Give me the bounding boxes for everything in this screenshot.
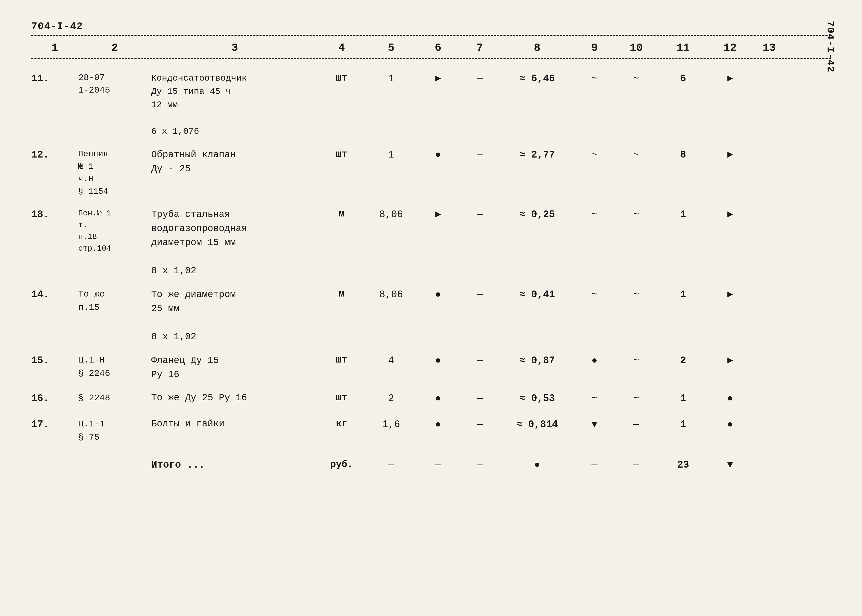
row-11-desc: Конденсатоотводчик Ду 15 типа 45 ч 12 мм…	[151, 72, 318, 138]
itogo-col8: —	[574, 458, 615, 472]
row-18-price: ≈ 0,25	[501, 207, 574, 222]
row-18-qty: 8,06	[365, 207, 417, 222]
row-12-qty: 1	[365, 148, 417, 162]
row-16-col8: ~	[574, 391, 615, 405]
row-15-unit: шт	[318, 354, 365, 367]
top-dashed-line	[31, 35, 831, 36]
row-14-code: То же п.15	[78, 288, 151, 314]
row-18-unit: м	[318, 207, 365, 221]
row-16-code: § 2248	[78, 391, 151, 405]
col-h-1: 1	[31, 42, 78, 54]
table-row: 18. Пен.№ 1 т. п.18 отр.104 Труба стальн…	[31, 203, 831, 283]
col-h-3: 3	[151, 42, 318, 54]
itogo-col5: —	[417, 458, 459, 472]
row-11-col11: ►	[709, 72, 751, 86]
row-14-col9: ~	[615, 288, 657, 302]
row-16-col11: ●	[709, 391, 751, 405]
row-14-desc: То же диаметром 25 мм 8 x 1,02	[151, 288, 318, 344]
row-16-num: 16.	[31, 391, 78, 405]
row-11-col5: ►	[417, 72, 459, 86]
row-12-col8: ~	[574, 148, 615, 162]
row-12-total: 8	[657, 148, 709, 162]
row-11-col9: ~	[615, 72, 657, 86]
table-row: 15. Ц.1-Н § 2246 Фланец Ду 15 Ру 16 шт 4…	[31, 349, 831, 387]
row-16-col5: ●	[417, 391, 459, 405]
row-11-col8: ~	[574, 72, 615, 86]
row-12-code: Пенник № 1 ч.Н § 1154	[78, 148, 151, 198]
row-18-code: Пен.№ 1 т. п.18 отр.104	[78, 207, 151, 255]
row-18-desc: Труба стальная водогазопроводная диаметр…	[151, 207, 318, 278]
row-14-price: ≈ 0,41	[501, 288, 574, 302]
row-17-total: 1	[657, 418, 709, 431]
row-11-price: ≈ 6,46	[501, 72, 574, 86]
row-16-price: ≈ 0,53	[501, 391, 574, 405]
row-17-col11: ●	[709, 418, 751, 431]
row-18-col8: ~	[574, 207, 615, 222]
row-15-col11: ►	[709, 354, 751, 368]
row-15-col5: ●	[417, 354, 459, 368]
row-16-col6: —	[459, 391, 501, 405]
row-12-col11: ►	[709, 148, 751, 162]
table-row: 11. 28-07 1-2045 Конденсатоотводчик Ду 1…	[31, 67, 831, 143]
row-17-col8: ▼	[574, 418, 615, 431]
table-row: 12. Пенник № 1 ч.Н § 1154 Обратный клапа…	[31, 143, 831, 203]
row-12-desc: Обратный клапан Ду - 25	[151, 148, 318, 176]
row-14-unit: м	[318, 288, 365, 301]
itogo-col6: —	[459, 458, 501, 472]
row-15-col8: ●	[574, 354, 615, 368]
row-17-unit: кг	[318, 418, 365, 431]
col-h-13: 13	[751, 42, 787, 54]
row-18-col5: ►	[417, 207, 459, 222]
row-18-num: 18.	[31, 207, 78, 222]
table-row: 16. § 2248 То же Ду 25 Ру 16 шт 2 ● — ≈ …	[31, 387, 831, 413]
row-18-col11: ►	[709, 207, 751, 222]
itogo-total: 23	[657, 458, 709, 472]
row-18-total: 1	[657, 207, 709, 222]
row-14-total: 1	[657, 288, 709, 302]
row-15-code: Ц.1-Н § 2246	[78, 354, 151, 380]
row-15-num: 15.	[31, 354, 78, 368]
row-17-col5: ●	[417, 418, 459, 431]
data-table: 11. 28-07 1-2045 Конденсатоотводчик Ду 1…	[31, 67, 831, 478]
row-16-total: 1	[657, 391, 709, 405]
doc-id-top: 704-I-42	[31, 21, 831, 32]
itogo-price: ●	[501, 458, 574, 472]
row-14-qty: 8,06	[365, 288, 417, 302]
col-h-7: 7	[459, 42, 501, 54]
doc-id-right: 704-I-42	[825, 21, 836, 72]
table-row: 17. Ц.1-1 § 75 Болты и гайки кг 1,6 ● — …	[31, 413, 831, 449]
row-16-qty: 2	[365, 391, 417, 405]
row-17-col6: —	[459, 418, 501, 431]
itogo-row: Итого ... руб. — — — ● — — 23 ▼	[31, 452, 831, 478]
row-15-col6: —	[459, 354, 501, 368]
row-11-col6: —	[459, 72, 501, 86]
row-17-code: Ц.1-1 § 75	[78, 418, 151, 444]
row-11-unit: шт	[318, 72, 365, 85]
row-17-desc: Болты и гайки	[151, 418, 318, 431]
col-h-9: 9	[574, 42, 615, 54]
row-11-total: 6	[657, 72, 709, 86]
col-h-6: 6	[417, 42, 459, 54]
col-h-8: 8	[501, 42, 574, 54]
column-header-row: 1 2 3 4 5 6 7 8 9 10 11 12 13	[31, 38, 831, 59]
col-h-10: 10	[615, 42, 657, 54]
row-12-unit: шт	[318, 148, 365, 161]
col-h-2: 2	[78, 42, 151, 54]
row-15-price: ≈ 0,87	[501, 354, 574, 368]
row-17-num: 17.	[31, 418, 78, 431]
row-17-price: ≈ 0,814	[501, 418, 574, 431]
row-11-num: 11.	[31, 72, 78, 86]
row-14-col8: ~	[574, 288, 615, 302]
row-16-col9: ~	[615, 391, 657, 405]
row-12-num: 12.	[31, 148, 78, 162]
itogo-label: Итого ...	[151, 458, 318, 472]
row-12-col6: —	[459, 148, 501, 162]
row-16-desc: То же Ду 25 Ру 16	[151, 391, 318, 404]
row-15-total: 2	[657, 354, 709, 368]
row-12-col9: ~	[615, 148, 657, 162]
col-h-4: 4	[318, 42, 365, 54]
row-11-qty: 1	[365, 72, 417, 86]
page: 704-I-42 704-I-42 1 2 3 4 5 6 7 8 9 10 1…	[0, 0, 862, 616]
row-15-qty: 4	[365, 354, 417, 368]
row-17-col9: —	[615, 418, 657, 431]
